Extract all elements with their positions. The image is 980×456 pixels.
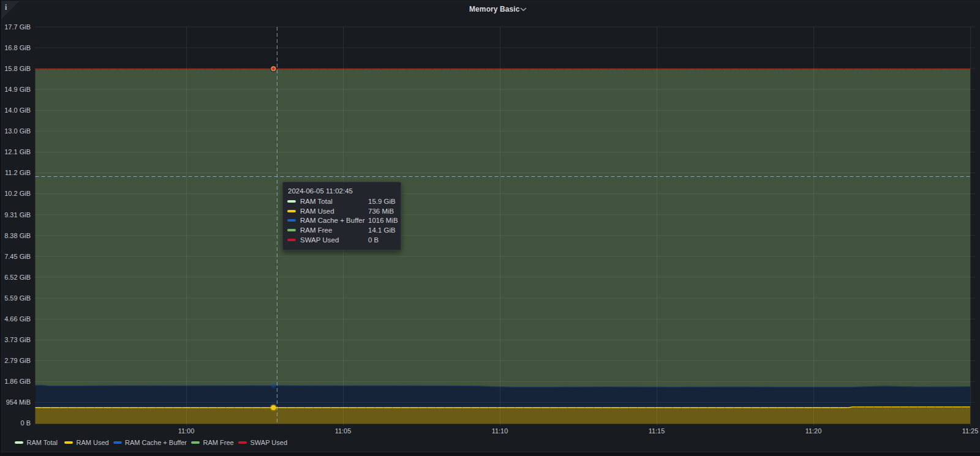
svg-text:12.1 GiB: 12.1 GiB <box>4 148 31 155</box>
svg-text:3.73 GiB: 3.73 GiB <box>4 336 31 343</box>
svg-text:4.66 GiB: 4.66 GiB <box>4 315 31 323</box>
svg-text:954 MiB: 954 MiB <box>6 398 31 406</box>
svg-text:5.59 GiB: 5.59 GiB <box>4 294 31 302</box>
svg-text:0 B: 0 B <box>20 419 31 427</box>
svg-text:15.8 GiB: 15.8 GiB <box>4 65 31 72</box>
svg-text:9.31 GiB: 9.31 GiB <box>4 211 31 219</box>
svg-text:1.86 GiB: 1.86 GiB <box>4 378 31 385</box>
svg-text:6.52 GiB: 6.52 GiB <box>4 274 31 281</box>
svg-text:11:25: 11:25 <box>962 427 979 435</box>
svg-text:7.45 GiB: 7.45 GiB <box>4 253 31 260</box>
svg-text:11:15: 11:15 <box>649 427 665 435</box>
svg-text:17.7 GiB: 17.7 GiB <box>4 23 31 31</box>
svg-text:2.79 GiB: 2.79 GiB <box>4 357 31 364</box>
svg-text:14.0 GiB: 14.0 GiB <box>4 107 31 114</box>
svg-text:14.9 GiB: 14.9 GiB <box>4 86 31 93</box>
svg-text:11:05: 11:05 <box>335 427 352 435</box>
svg-text:13.0 GiB: 13.0 GiB <box>4 127 31 135</box>
svg-text:10.2 GiB: 10.2 GiB <box>4 190 31 197</box>
svg-text:11:10: 11:10 <box>492 427 508 435</box>
svg-text:11:20: 11:20 <box>805 427 822 435</box>
svg-text:11.2 GiB: 11.2 GiB <box>5 169 31 176</box>
svg-text:16.8 GiB: 16.8 GiB <box>4 44 31 51</box>
svg-text:11:00: 11:00 <box>178 427 195 435</box>
svg-text:8.38 GiB: 8.38 GiB <box>4 232 31 239</box>
